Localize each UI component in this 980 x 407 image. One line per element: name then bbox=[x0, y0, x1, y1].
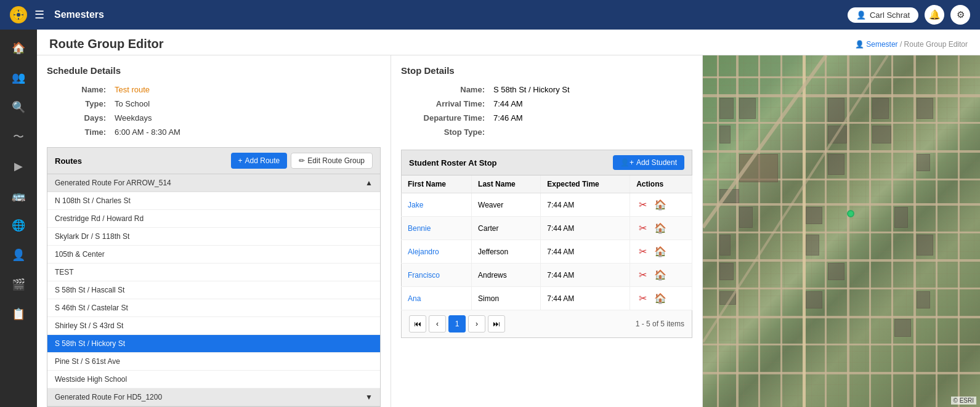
road-v-9 bbox=[891, 55, 893, 407]
prev-page-button[interactable]: ‹ bbox=[429, 315, 446, 332]
routes-section: Routes + Add Route ✏ Edit Route Group bbox=[47, 147, 381, 407]
col-first-name: First Name bbox=[402, 175, 472, 193]
page-header: Route Group Editor 👤 Semester / Route Gr… bbox=[37, 30, 980, 55]
stop-section-title: Stop Details bbox=[401, 65, 692, 76]
notifications-button[interactable]: 🔔 bbox=[925, 5, 944, 25]
student-first-0[interactable]: Jake bbox=[402, 193, 472, 217]
route-item-7[interactable]: Shirley St / S 43rd St bbox=[47, 317, 380, 335]
building-20 bbox=[917, 154, 931, 172]
road-h-3 bbox=[703, 122, 980, 124]
remove-student-0[interactable]: ✂ bbox=[636, 198, 649, 212]
building-21 bbox=[894, 207, 909, 228]
sidebar-item-globe[interactable]: 🌐 bbox=[6, 213, 31, 238]
road-v-4 bbox=[780, 55, 782, 407]
road-v-12 bbox=[958, 55, 960, 407]
map-marker bbox=[847, 210, 854, 217]
road-v-10 bbox=[913, 55, 916, 407]
roster-tbody: Jake Weaver 7:44 AM ✂ 🏠 Bennie Cart bbox=[402, 193, 692, 310]
middle-panel: Stop Details Name: S 58th St / Hickory S… bbox=[391, 55, 703, 407]
breadcrumb-icon: 👤 bbox=[855, 40, 864, 49]
info-student-4[interactable]: 🏠 bbox=[652, 291, 669, 305]
info-student-0[interactable]: 🏠 bbox=[652, 198, 669, 212]
sidebar: 🏠 👥 🔍 〜 ▶ 🚌 🌐 👤 🎬 📋 bbox=[0, 30, 37, 407]
content-area: Route Group Editor 👤 Semester / Route Gr… bbox=[37, 30, 980, 407]
top-navigation: ☰ Semesters 👤 Carl Schrat 🔔 ⚙ bbox=[0, 0, 980, 30]
student-first-2[interactable]: Alejandro bbox=[402, 240, 472, 264]
sidebar-item-home[interactable]: 🏠 bbox=[6, 36, 31, 60]
table-row: Alejandro Jefferson 7:44 AM ✂ 🏠 bbox=[402, 240, 692, 264]
sidebar-item-play[interactable]: ▶ bbox=[6, 154, 31, 179]
list-icon: 📋 bbox=[12, 307, 25, 321]
col-actions: Actions bbox=[630, 175, 692, 193]
student-first-1[interactable]: Bennie bbox=[402, 217, 472, 240]
info-student-1[interactable]: 🏠 bbox=[652, 221, 669, 235]
bus-icon: 🚌 bbox=[12, 189, 25, 203]
info-student-3[interactable]: 🏠 bbox=[652, 268, 669, 282]
sidebar-item-list[interactable]: 📋 bbox=[6, 302, 31, 326]
page-1-button[interactable]: 1 bbox=[448, 315, 466, 332]
student-first-3[interactable]: Francisco bbox=[402, 264, 472, 287]
road-v-5 bbox=[803, 55, 806, 407]
page-title: Route Group Editor bbox=[49, 37, 164, 51]
student-actions-4: ✂ 🏠 bbox=[630, 287, 692, 310]
sidebar-item-search[interactable]: 🔍 bbox=[6, 95, 31, 119]
building-15 bbox=[828, 263, 844, 281]
people-icon: 👥 bbox=[12, 71, 25, 84]
sidebar-item-media[interactable]: 🎬 bbox=[6, 272, 31, 297]
route-item-3[interactable]: 105th & Center bbox=[47, 246, 380, 264]
media-icon: 🎬 bbox=[12, 278, 25, 291]
student-time-2: 7:44 AM bbox=[541, 240, 630, 264]
last-page-button[interactable]: ⏭ bbox=[488, 315, 505, 332]
remove-student-2[interactable]: ✂ bbox=[636, 244, 649, 259]
roster-header-row: First Name Last Name Expected Time Actio… bbox=[402, 175, 692, 193]
route-group-hd5[interactable]: Generated Route For HD5_1200 ▼ bbox=[47, 389, 380, 406]
schedule-time-value: 6:00 AM - 8:30 AM bbox=[111, 126, 379, 139]
user-profile-button[interactable]: 👤 Carl Schrat bbox=[848, 7, 918, 23]
stop-name-row: Name: S 58th St / Hickory St bbox=[402, 83, 691, 96]
route-group-arrow514[interactable]: Generated Route For ARROW_514 ▲ bbox=[47, 174, 380, 192]
stop-departure-value: 7:46 AM bbox=[490, 111, 691, 124]
road-h-6 bbox=[703, 203, 980, 206]
plus-icon: + bbox=[238, 156, 243, 165]
info-student-2[interactable]: 🏠 bbox=[652, 244, 669, 259]
routes-header: Routes + Add Route ✏ Edit Route Group bbox=[47, 147, 381, 174]
remove-student-4[interactable]: ✂ bbox=[636, 291, 649, 305]
route-item-4[interactable]: TEST bbox=[47, 264, 380, 281]
route-item-5[interactable]: S 58th St / Hascall St bbox=[47, 281, 380, 299]
route-item-8-selected[interactable]: S 58th St / Hickory St bbox=[47, 335, 380, 353]
app-logo bbox=[10, 6, 27, 23]
play-icon: ▶ bbox=[14, 159, 23, 173]
routes-actions: + Add Route ✏ Edit Route Group bbox=[231, 153, 373, 169]
add-student-button[interactable]: 👤+ Add Student bbox=[613, 155, 684, 170]
route-item-9[interactable]: Pine St / S 61st Ave bbox=[47, 353, 380, 371]
road-v-1 bbox=[717, 55, 719, 407]
settings-button[interactable]: ⚙ bbox=[950, 5, 970, 25]
breadcrumb-separator: / bbox=[900, 40, 904, 49]
first-page-button[interactable]: ⏮ bbox=[409, 315, 426, 332]
roster-thead: First Name Last Name Expected Time Actio… bbox=[402, 175, 692, 193]
route-item-6[interactable]: S 46th St / Castelar St bbox=[47, 299, 380, 317]
search-icon: 🔍 bbox=[12, 100, 25, 114]
route-item-10[interactable]: Westside High School bbox=[47, 371, 380, 389]
menu-toggle-icon[interactable]: ☰ bbox=[34, 8, 44, 22]
edit-route-group-button[interactable]: ✏ Edit Route Group bbox=[291, 153, 373, 169]
sidebar-item-people[interactable]: 👥 bbox=[6, 65, 31, 90]
sidebar-item-analytics[interactable]: 〜 bbox=[6, 124, 31, 149]
route-item-1[interactable]: Crestridge Rd / Howard Rd bbox=[47, 210, 380, 228]
building-10 bbox=[828, 98, 844, 123]
route-item-2[interactable]: Skylark Dr / S 118th St bbox=[47, 228, 380, 246]
sidebar-item-bus[interactable]: 🚌 bbox=[6, 183, 31, 208]
next-page-button[interactable]: › bbox=[468, 315, 485, 332]
student-first-4[interactable]: Ana bbox=[402, 287, 472, 310]
routes-list: Generated Route For ARROW_514 ▲ N 108th … bbox=[47, 174, 381, 407]
breadcrumb-parent-link[interactable]: Semester bbox=[866, 40, 897, 49]
road-h-12 bbox=[703, 372, 980, 374]
remove-student-1[interactable]: ✂ bbox=[636, 221, 649, 235]
breadcrumb-current: Route Group Editor bbox=[904, 40, 968, 49]
remove-student-3[interactable]: ✂ bbox=[636, 268, 649, 282]
map-panel[interactable]: © ESRI bbox=[703, 55, 980, 407]
route-item-0[interactable]: N 108th St / Charles St bbox=[47, 192, 380, 210]
add-route-button[interactable]: + Add Route bbox=[231, 153, 288, 169]
sidebar-item-user[interactable]: 👤 bbox=[6, 243, 31, 267]
schedule-days-label: Days: bbox=[48, 111, 110, 124]
